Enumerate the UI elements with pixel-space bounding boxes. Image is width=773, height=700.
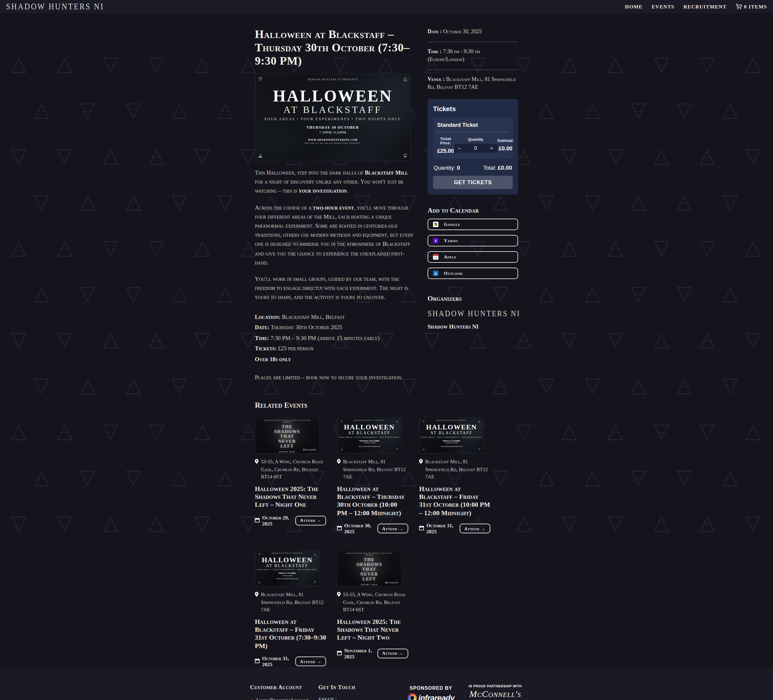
air-triangle-icon: △: [423, 448, 424, 451]
location-text: Blackstaff Mill, 81 Springfield Rd, Belf…: [343, 459, 408, 481]
tickets-panel: Tickets Standard Ticket Ticket Price: £2…: [428, 99, 518, 194]
poster-subtitle: AT BLACKSTAFF: [420, 431, 483, 436]
poster-website: WWW.SHADOWHUNTERSNI.COM: [255, 578, 319, 580]
attend-button[interactable]: Attend →: [295, 516, 326, 525]
element-triangle: ▽: [171, 191, 187, 211]
event-info-block: Date : October 30, 2025 Time : 7:30 pm -…: [428, 28, 518, 92]
element-triangle: △: [57, 420, 72, 441]
page-title: Halloween at Blackstaff – Thursday 30th …: [255, 28, 416, 68]
related-event-poster[interactable]: ▽△△▽SHADOW HUNTERS NI PRESENTSHALLOWEENA…: [337, 418, 401, 454]
calendar-button-yahoo[interactable]: yYahoo: [428, 235, 518, 246]
site-logo[interactable]: SHADOW HUNTERS NI: [6, 1, 104, 12]
element-triangle: △: [217, 466, 233, 487]
element-triangle: ▽: [630, 466, 646, 487]
element-triangle: ▽: [745, 145, 761, 165]
event-date-text: October 29, 2025: [262, 515, 295, 527]
related-event-poster[interactable]: ▽△△▽SHADOW HUNTERS NI PRESENTSHALLOWEENA…: [255, 550, 319, 587]
event-date-line: Date : October 30, 2025: [428, 28, 518, 36]
element-triangle: ▽: [11, 329, 26, 349]
event-paragraph: You'll work in small groups, guided by o…: [255, 275, 416, 302]
related-event-title[interactable]: Halloween at Blackstaff – Friday 31st Oc…: [255, 618, 326, 650]
element-triangle: △: [34, 466, 49, 487]
element-triangle: △: [103, 329, 118, 349]
calendar-button-label: Yahoo: [444, 238, 458, 243]
quantity-stepper[interactable]: – 0 +: [454, 144, 497, 153]
element-triangle: △: [630, 374, 646, 395]
event-detail-line: Location: Blackstaff Mill, Belfast: [255, 312, 416, 323]
element-triangle: ▽: [148, 237, 164, 257]
location-text: Blackstaff Mill, 81 Springfield Rd, Belf…: [261, 591, 326, 614]
add-to-calendar-heading: Add to Calendar: [428, 206, 518, 214]
element-triangle: △: [103, 145, 118, 165]
element-triangle: △: [217, 283, 233, 303]
footer-link-account[interactable]: Login/Register/Account: [251, 695, 317, 700]
air-triangle-icon: △: [258, 581, 260, 584]
element-triangle: △: [57, 237, 72, 257]
event-poster: ▽ △ △ ▽ SHADOW HUNTERS NI PRESENTS HALLO…: [255, 74, 411, 161]
related-event-poster[interactable]: ▽△△▽SHADOW HUNTERS NI PRESENTSHALLOWEENA…: [419, 418, 484, 454]
related-event-title[interactable]: Halloween at Blackstaff – Thursday 30th …: [337, 485, 408, 517]
footer-account-column: Customer Account Login/Register/Account …: [250, 684, 317, 700]
attend-button[interactable]: Attend →: [295, 657, 326, 666]
poster-date: THURSDAY 30 OCTOBER: [337, 440, 401, 442]
poster-subtitle: AT BLACKSTAFF: [255, 104, 410, 115]
related-event-card: ▽△△▽SHADOW HUNTERS NI PRESENTSHALLOWEENA…: [419, 418, 490, 535]
element-triangle: ▽: [80, 99, 95, 120]
date-value: October 30, 2025: [443, 28, 482, 35]
related-event-title[interactable]: Halloween 2025: The Shadows That Never L…: [255, 485, 326, 509]
element-triangle: △: [126, 191, 141, 211]
element-triangle: ▽: [80, 466, 95, 487]
cart-link[interactable]: 0 items: [735, 3, 767, 10]
ticket-name: Standard Ticket: [437, 122, 508, 128]
element-triangle: ▽: [126, 99, 141, 120]
nav-home[interactable]: Home: [625, 3, 643, 10]
related-event-poster[interactable]: SHADOW HUNTERS NI & MCCONNELL'S DISTILLE…: [337, 550, 401, 587]
attend-button[interactable]: Attend →: [460, 524, 490, 534]
google-calendar-icon: [433, 221, 438, 227]
location-pin-icon: [419, 459, 423, 481]
poster-presents-2: PRESENT: [255, 422, 319, 424]
subtotal-label: Subtotal:: [497, 138, 514, 143]
site-footer: Customer Account Login/Register/Account …: [0, 667, 773, 700]
event-date-text: October 31, 2025: [262, 655, 295, 667]
attend-button[interactable]: Attend →: [377, 524, 408, 534]
sponsored-by-label: SPONSORED BY: [395, 685, 467, 691]
element-triangle: △: [34, 283, 49, 303]
related-event-title[interactable]: Halloween 2025: The Shadows That Never L…: [337, 618, 408, 642]
element-triangle: ▽: [217, 191, 233, 211]
cart-icon: [735, 3, 742, 10]
calendar-button-google[interactable]: Google: [428, 218, 518, 230]
element-triangle: ▽: [148, 420, 164, 441]
element-triangle: ▽: [240, 512, 256, 533]
element-triangle: △: [80, 374, 95, 395]
card-footer: October 31, 2025Attend →: [255, 655, 326, 667]
calendar-button-apple[interactable]: Apple: [428, 251, 518, 262]
related-event-card: ▽△△▽SHADOW HUNTERS NI PRESENTSHALLOWEENA…: [255, 550, 326, 668]
related-event-poster[interactable]: SHADOW HUNTERS NI & MCCONNELL'S DISTILLE…: [255, 418, 319, 454]
element-triangle: ▽: [240, 329, 256, 349]
calendar-button-outlook[interactable]: oOutlook: [428, 267, 518, 279]
element-triangle: △: [585, 283, 600, 303]
infraready-lens-icon: [407, 693, 416, 700]
fire-triangle-icon: △: [314, 553, 316, 556]
card-footer: October 29, 2025Attend →: [255, 515, 326, 527]
element-triangle: △: [630, 191, 646, 211]
nav-recruitment[interactable]: Recruitment: [683, 3, 727, 10]
related-event-title[interactable]: Halloween at Blackstaff – Friday 31st Oc…: [419, 485, 490, 517]
event-date-text: October 30, 2025: [344, 523, 377, 535]
element-triangle: △: [240, 420, 256, 441]
poster-presents: SHADOW HUNTERS NI PRESENTS: [420, 420, 483, 422]
ticket-price-col: Ticket Price: £25.00: [437, 136, 454, 154]
get-in-touch-heading: Get In Touch: [319, 684, 395, 690]
ticket-price-label: Ticket Price:: [437, 136, 454, 145]
element-triangle: ▽: [103, 420, 118, 441]
card-footer: October 31, 2025Attend →: [419, 523, 490, 535]
nav-events[interactable]: Events: [651, 3, 674, 10]
quantity-decrease-button[interactable]: –: [458, 145, 461, 151]
ticket-price-value: £25.00: [437, 148, 454, 154]
organizer-name-link[interactable]: Shadow Hunters NI: [428, 323, 479, 329]
water-triangle-icon: ▽: [258, 77, 262, 82]
attend-button[interactable]: Attend →: [377, 649, 408, 658]
get-tickets-button[interactable]: Get Tickets: [433, 175, 513, 189]
quantity-increase-button[interactable]: +: [490, 145, 493, 151]
